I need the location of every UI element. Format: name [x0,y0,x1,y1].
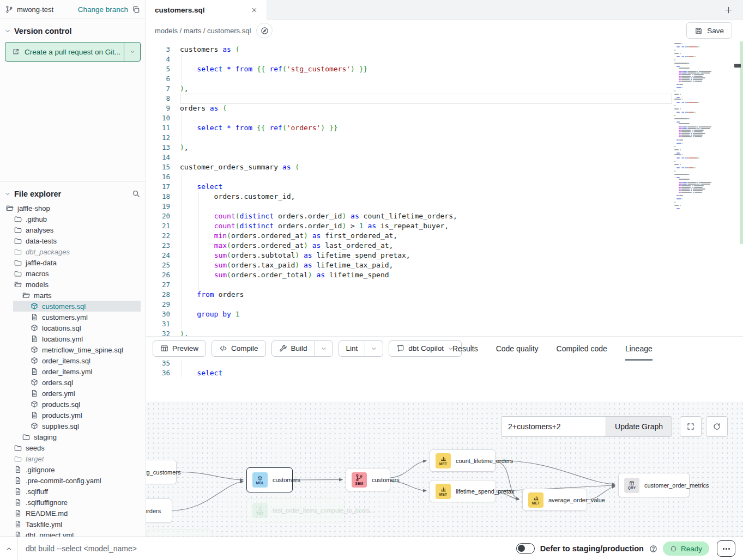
editor-scrollbar[interactable] [733,41,743,244]
tree-item-supplies-sql[interactable]: supplies.sql [0,421,146,431]
code-line-4[interactable]: 4 [146,54,672,64]
code-line-15[interactable]: 15customer_orders_summary as ( [146,162,672,172]
collapse-panel-button[interactable] [0,537,18,560]
fullscreen-button[interactable] [680,416,702,437]
tree-item--sqlfluff[interactable]: .sqlfluff [0,486,146,497]
code-line-22[interactable]: 22 min(orders.ordered_at) as first_order… [146,231,672,241]
tree-item-target[interactable]: target [0,453,146,464]
code-line-8[interactable]: 8 [146,94,672,104]
code-line-11[interactable]: 11 select * from {{ ref('orders') }} [146,123,672,133]
lint-button[interactable]: Lint [339,341,365,356]
pr-dropdown-button[interactable] [124,42,140,61]
lineage-node-clipped[interactable] [146,529,213,537]
lineage-panel[interactable]: MDLstg_customersMDLordersMDLcustomersTST… [146,401,743,537]
code-line-23[interactable]: 23 max(orders.ordered_at) as last_ordere… [146,241,672,251]
explore-lineage-button[interactable] [256,23,273,38]
lineage-selector-input[interactable] [501,416,606,437]
update-graph-button[interactable]: Update Graph [606,416,672,437]
code-line-19[interactable]: 19 [146,202,672,211]
lineage-node-average-order-value[interactable]: METaverage_order_value [522,489,587,511]
code-line-5[interactable]: 5 select * from {{ ref('stg_customers') … [146,64,672,74]
code-line-9[interactable]: 9orders as ( [146,104,672,113]
preview-button[interactable]: Preview [153,340,206,357]
tree-item-jaffle-data[interactable]: jaffle-data [0,257,146,268]
file-explorer-header[interactable]: File explorer [0,181,146,200]
code-line-30[interactable]: 30 group by 1 [146,309,672,319]
build-button[interactable]: Build [272,341,315,356]
tree-item-readme-md[interactable]: README.md [0,508,146,519]
code-line-17[interactable]: 17 select [146,182,672,192]
copy-icon[interactable] [132,5,140,14]
compile-button[interactable]: Compile [212,340,266,357]
code-line-13[interactable]: 13), [146,143,672,153]
tab-code-quality[interactable]: Code quality [496,337,539,361]
close-icon[interactable] [251,7,258,14]
build-dropdown-button[interactable] [315,341,333,356]
code-line-6[interactable]: 6 [146,74,672,84]
tab-results[interactable]: Results [452,337,478,361]
code-line-21[interactable]: 21 count(distinct orders.order_id) > 1 a… [146,221,672,231]
tree-item-data-tests[interactable]: data-tests [0,235,146,246]
tree-item-seeds[interactable]: seeds [0,442,146,453]
tree-item-products-sql[interactable]: products.sql [0,399,146,410]
defer-toggle[interactable] [516,543,535,554]
search-icon[interactable] [132,190,140,198]
code-line-18[interactable]: 18 orders.customer_id, [146,192,672,202]
tree-item-marts[interactable]: marts [0,290,146,301]
dbt-command-input[interactable] [26,544,255,553]
more-options-button[interactable] [717,540,735,557]
tree-item-locations-yml[interactable]: locations.yml [0,333,146,344]
tab-lineage[interactable]: Lineage [625,337,653,361]
tree-item-customers-sql[interactable]: customers.sql [0,301,146,312]
tree-item-macros[interactable]: macros [0,268,146,279]
tree-item--gitignore[interactable]: .gitignore [0,464,146,475]
create-pr-button[interactable]: Create a pull request on Git... [5,42,141,62]
dbt-copilot-button[interactable]: dbt Copilot [389,340,462,357]
code-line-14[interactable]: 14 [146,153,672,162]
tree-item--sqlfluffignore[interactable]: .sqlfluffignore [0,497,146,508]
tree-item-dbt-project-yml[interactable]: dbt_project.yml [0,529,146,537]
code-line-29[interactable]: 29 [146,300,672,309]
tree-item-staging[interactable]: staging [0,431,146,442]
code-line-26[interactable]: 26 sum(orders.order_total) as lifetime_s… [146,270,672,280]
code-line-16[interactable]: 16 [146,172,672,182]
tree-item-metricflow-time-spine-sql[interactable]: metricflow_time_spine.sql [0,344,146,355]
refresh-button[interactable] [706,416,728,437]
tree-item-orders-yml[interactable]: orders.yml [0,388,146,399]
change-branch-link[interactable]: Change branch [78,5,128,14]
help-icon[interactable] [649,545,657,553]
code-line-10[interactable]: 10 [146,113,672,123]
tree-item--github[interactable]: .github [0,214,146,224]
tree-item-products-yml[interactable]: products.yml [0,410,146,421]
code-line-36[interactable]: 36 select [146,368,672,378]
lineage-node-count-lifetime-orders[interactable]: METcount_lifetime_orders [430,449,496,472]
minimap[interactable] [672,41,733,244]
version-control-header[interactable]: Version control [0,19,146,41]
lineage-node-test-order-items-compute-to-bools-[interactable]: TSTtest_order_items_compute_to_bools... [246,498,345,522]
tree-item-order-items-yml[interactable]: order_items.yml [0,366,146,377]
tree-item-analyses[interactable]: analyses [0,224,146,235]
lineage-node-lifetime-spend-pretax[interactable]: METlifetime_spend_pretax [430,480,496,502]
code-line-7[interactable]: 7), [146,84,672,94]
save-button[interactable]: Save [686,22,732,39]
new-tab-button[interactable] [722,4,734,16]
lineage-node-orders[interactable]: MDLorders [146,498,172,523]
code-line-20[interactable]: 20 count(distinct orders.order_id) as co… [146,211,672,221]
ready-status-badge[interactable]: Ready [663,541,709,556]
tree-item-dbt-packages[interactable]: dbt_packages [0,246,146,257]
code-line-27[interactable]: 27 [146,280,672,290]
lineage-node-customers[interactable]: SEMcustomers [346,468,390,491]
tree-item--pre-commit-config-yaml[interactable]: .pre-commit-config.yaml [0,475,146,486]
lint-dropdown-button[interactable] [365,341,383,356]
tree-item-orders-sql[interactable]: orders.sql [0,377,146,388]
tree-item-taskfile-yml[interactable]: Taskfile.yml [0,519,146,529]
code-line-24[interactable]: 24 sum(orders.subtotal) as lifetime_spen… [146,251,672,260]
code-editor[interactable]: 3customers as (45 select * from {{ ref('… [146,41,743,378]
code-line-3[interactable]: 3customers as ( [146,45,672,54]
lineage-node-customers[interactable]: MDLcustomers [246,467,293,492]
tree-item-jaffle-shop[interactable]: jaffle-shop [0,203,146,214]
code-line-31[interactable]: 31 [146,319,672,329]
code-line-28[interactable]: 28 from orders [146,290,672,300]
scrollbar-thumb[interactable] [734,64,741,68]
lineage-node-stg-customers[interactable]: MDLstg_customers [146,460,177,484]
